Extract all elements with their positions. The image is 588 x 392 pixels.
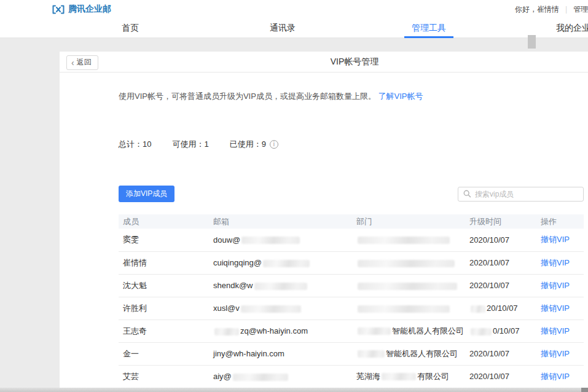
search-box — [458, 187, 584, 202]
redacted-department — [358, 305, 450, 313]
stat-total-value: 10 — [143, 139, 151, 149]
vip-member-table: 成员 邮箱 部门 升级时间 操作 窦雯 douw@ 2020/10/07 撤销V… — [119, 214, 584, 388]
table-row: 艾芸 aiy@ 芜湖海有限公司 2020/10/07 撤销VIP — [119, 365, 584, 388]
table-row: 金一 jiny@wh-haiyin.com 智能机器人有限公司 2020/10/… — [119, 342, 584, 365]
column-header-upgrade-time: 升级时间 — [465, 214, 536, 229]
revoke-vip-link[interactable]: 撤销VIP — [541, 281, 570, 290]
learn-vip-link[interactable]: 了解VIP帐号 — [378, 92, 423, 101]
page-title: VIP帐号管理 — [60, 52, 588, 72]
stat-used-label: 已使用： — [230, 139, 262, 149]
redacted-email — [263, 260, 310, 267]
column-header-department: 部门 — [352, 214, 465, 229]
stat-available-label: 可使用： — [172, 139, 204, 149]
redacted-department — [358, 350, 385, 358]
member-name: 窦雯 — [123, 235, 139, 244]
window-bottom-edge — [0, 388, 588, 392]
info-icon[interactable]: i — [270, 140, 278, 149]
table-toolbar: 添加VIP成员 — [119, 186, 584, 202]
email-text: jiny@wh-haiyin.com — [213, 349, 284, 358]
email-text: zq@wh-haiyin.com — [240, 326, 308, 335]
revoke-vip-link[interactable]: 撤销VIP — [541, 326, 570, 335]
revoke-vip-link[interactable]: 撤销VIP — [541, 258, 570, 267]
tab-my-enterprise[interactable]: 我的企业 — [549, 18, 588, 38]
redacted-time — [471, 328, 492, 335]
table-row: 王志奇 zq@wh-haiyin.com 智能机器人有限公司 0/10/07 撤… — [119, 319, 584, 342]
tab-home[interactable]: 首页 — [114, 18, 146, 38]
member-name: 金一 — [123, 349, 139, 358]
main-nav: 首页 通讯录 管理工具 我的企业 — [0, 18, 588, 38]
redacted-department — [358, 237, 450, 244]
stat-total: 总计：10 — [119, 139, 151, 150]
upgrade-time: 2020/10/07 — [469, 372, 509, 381]
email-text: aiy@ — [213, 372, 232, 381]
email-text: cuiqingqing@ — [213, 258, 262, 267]
table-row: 窦雯 douw@ 2020/10/07 撤销VIP — [119, 229, 584, 251]
stat-total-label: 总计： — [119, 139, 143, 149]
member-name: 崔情情 — [123, 258, 147, 267]
vip-management-panel: ‹ 返回 VIP帐号管理 使用VIP帐号，可将普通成员升级为VIP成员，或提高业… — [60, 52, 588, 388]
app-logo: 腾讯企业邮 — [52, 4, 111, 15]
logo-icon — [52, 5, 65, 14]
back-button[interactable]: ‹ 返回 — [66, 55, 98, 70]
upgrade-time: 2020/10/07 — [469, 235, 509, 245]
stat-available-value: 1 — [204, 139, 208, 149]
stats-row: 总计：10 可使用：1 已使用：9 i — [119, 139, 584, 150]
dept-text: 芜湖海 — [356, 372, 380, 381]
chevron-left-icon: ‹ — [71, 59, 74, 66]
redacted-department — [358, 327, 391, 335]
redacted-department — [382, 373, 416, 380]
description-text: 使用VIP帐号，可将普通成员升级为VIP成员，或提高业务邮箱数量上限。 — [119, 92, 376, 101]
revoke-vip-link[interactable]: 撤销VIP — [541, 304, 570, 313]
redacted-department — [358, 260, 455, 267]
column-header-action: 操作 — [536, 214, 584, 229]
table-row: 许胜利 xusl@v 20/10/07 撤销VIP — [119, 297, 584, 319]
revoke-vip-link[interactable]: 撤销VIP — [541, 349, 570, 358]
redacted-email — [214, 328, 239, 335]
table-header-row: 成员 邮箱 部门 升级时间 操作 — [119, 214, 584, 229]
redacted-email — [254, 283, 307, 290]
upgrade-time: 2020/10/07 — [469, 281, 509, 290]
top-bar: 腾讯企业邮 你好，崔情情 | 管理企 — [0, 0, 588, 18]
back-button-label: 返回 — [77, 57, 92, 68]
upgrade-time: 0/10/07 — [493, 326, 519, 335]
description: 使用VIP帐号，可将普通成员升级为VIP成员，或提高业务邮箱数量上限。 了解VI… — [119, 91, 584, 102]
divider: | — [565, 5, 567, 14]
add-vip-member-button[interactable]: 添加VIP成员 — [119, 186, 174, 202]
dept-text: 智能机器人有限公司 — [392, 326, 464, 335]
email-text: xusl@v — [213, 304, 240, 313]
user-greeting: 你好，崔情情 — [515, 4, 559, 15]
email-text: shendk@w — [213, 281, 253, 290]
redacted-email — [241, 237, 300, 244]
tab-contacts[interactable]: 通讯录 — [262, 18, 303, 38]
revoke-vip-link[interactable]: 撤销VIP — [541, 372, 570, 381]
redacted-email — [233, 374, 288, 381]
scrollbar-thumb[interactable] — [528, 35, 536, 49]
dept-text: 智能机器人有限公司 — [386, 349, 458, 358]
dept-text: 有限公司 — [417, 372, 449, 381]
upgrade-time: 2020/10/07 — [469, 349, 509, 358]
member-name: 王志奇 — [123, 326, 147, 335]
column-header-member: 成员 — [119, 214, 209, 229]
stat-used-value: 9 — [262, 139, 266, 149]
table-row: 崔情情 cuiqingqing@ 2020/10/07 撤销VIP — [119, 251, 584, 274]
stat-available: 可使用：1 — [172, 139, 208, 150]
column-header-email: 邮箱 — [209, 214, 352, 229]
redacted-department — [358, 283, 457, 290]
member-name: 艾芸 — [123, 372, 139, 381]
scrollbar-corner — [581, 388, 588, 392]
email-text: douw@ — [213, 235, 240, 245]
search-icon — [463, 190, 471, 198]
redacted-email — [241, 305, 301, 313]
redacted-time — [471, 305, 485, 313]
revoke-vip-link[interactable]: 撤销VIP — [541, 235, 570, 244]
stat-used: 已使用：9 — [230, 139, 266, 150]
search-input[interactable] — [475, 190, 578, 198]
tab-management-tools[interactable]: 管理工具 — [404, 18, 453, 38]
upgrade-time: 20/10/07 — [487, 304, 518, 313]
member-name: 许胜利 — [123, 304, 147, 313]
member-name: 沈大魁 — [123, 281, 147, 290]
app-title: 腾讯企业邮 — [68, 4, 111, 15]
manage-enterprise-link[interactable]: 管理企 — [573, 4, 588, 15]
upgrade-time: 2020/10/07 — [469, 258, 509, 267]
panel-header: ‹ 返回 VIP帐号管理 — [60, 52, 588, 73]
